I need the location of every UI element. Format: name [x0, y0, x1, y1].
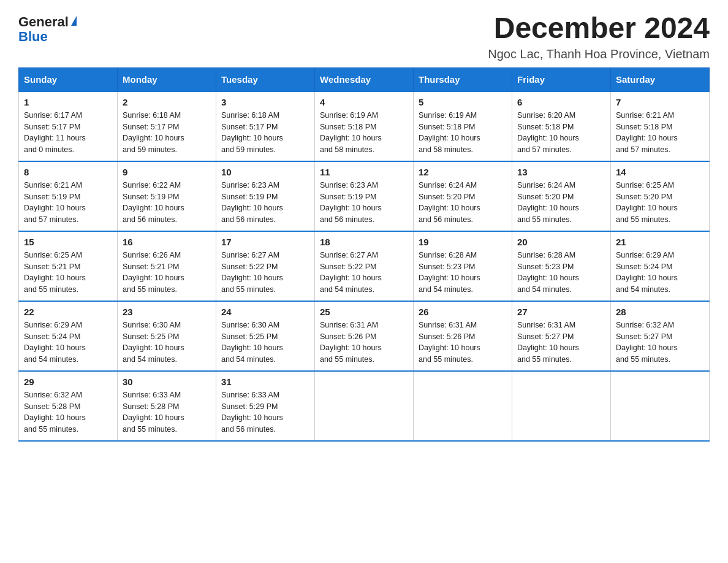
day-info: Sunrise: 6:31 AMSunset: 5:26 PMDaylight:… [419, 320, 507, 366]
day-number: 1 [24, 97, 112, 107]
calendar-header-monday: Monday [118, 67, 216, 91]
day-number: 22 [24, 307, 112, 317]
day-number: 9 [123, 167, 211, 177]
calendar-week-row: 1Sunrise: 6:17 AMSunset: 5:17 PMDaylight… [19, 91, 710, 161]
day-number: 10 [221, 167, 309, 177]
day-info: Sunrise: 6:25 AMSunset: 5:20 PMDaylight:… [616, 180, 704, 226]
day-number: 27 [517, 307, 605, 317]
day-number: 7 [616, 97, 704, 107]
calendar-cell [512, 371, 611, 441]
day-info: Sunrise: 6:32 AMSunset: 5:28 PMDaylight:… [24, 389, 112, 435]
day-number: 3 [221, 97, 309, 107]
calendar-week-row: 22Sunrise: 6:29 AMSunset: 5:24 PMDayligh… [19, 301, 710, 371]
day-info: Sunrise: 6:20 AMSunset: 5:18 PMDaylight:… [517, 110, 605, 156]
day-info: Sunrise: 6:30 AMSunset: 5:25 PMDaylight:… [123, 320, 211, 366]
calendar-cell: 30Sunrise: 6:33 AMSunset: 5:28 PMDayligh… [118, 371, 216, 441]
day-info: Sunrise: 6:29 AMSunset: 5:24 PMDaylight:… [616, 250, 704, 296]
page-header: General Blue December 2024 Ngoc Lac, Tha… [18, 12, 710, 61]
calendar-cell: 23Sunrise: 6:30 AMSunset: 5:25 PMDayligh… [118, 301, 216, 371]
calendar-cell: 1Sunrise: 6:17 AMSunset: 5:17 PMDaylight… [19, 91, 118, 161]
calendar-cell: 3Sunrise: 6:18 AMSunset: 5:17 PMDaylight… [216, 91, 315, 161]
logo: General Blue [18, 15, 77, 44]
day-info: Sunrise: 6:23 AMSunset: 5:19 PMDaylight:… [320, 180, 408, 226]
calendar-cell: 13Sunrise: 6:24 AMSunset: 5:20 PMDayligh… [512, 161, 611, 231]
day-number: 14 [616, 167, 704, 177]
calendar-cell: 17Sunrise: 6:27 AMSunset: 5:22 PMDayligh… [216, 231, 315, 301]
day-info: Sunrise: 6:31 AMSunset: 5:26 PMDaylight:… [320, 320, 408, 366]
day-number: 13 [517, 167, 605, 177]
day-number: 8 [24, 167, 112, 177]
day-number: 11 [320, 167, 408, 177]
day-number: 26 [419, 307, 507, 317]
calendar-cell [414, 371, 512, 441]
day-info: Sunrise: 6:27 AMSunset: 5:22 PMDaylight:… [221, 250, 309, 296]
location-title: Ngoc Lac, Thanh Hoa Province, Vietnam [488, 47, 710, 61]
calendar-cell: 25Sunrise: 6:31 AMSunset: 5:26 PMDayligh… [315, 301, 414, 371]
day-number: 30 [123, 377, 211, 387]
calendar-cell: 15Sunrise: 6:25 AMSunset: 5:21 PMDayligh… [19, 231, 118, 301]
day-info: Sunrise: 6:30 AMSunset: 5:25 PMDaylight:… [221, 320, 309, 366]
calendar-table: SundayMondayTuesdayWednesdayThursdayFrid… [18, 67, 710, 442]
day-number: 2 [123, 97, 211, 107]
day-info: Sunrise: 6:22 AMSunset: 5:19 PMDaylight:… [123, 180, 211, 226]
calendar-cell: 8Sunrise: 6:21 AMSunset: 5:19 PMDaylight… [19, 161, 118, 231]
calendar-cell: 18Sunrise: 6:27 AMSunset: 5:22 PMDayligh… [315, 231, 414, 301]
day-number: 19 [419, 237, 507, 247]
month-title: December 2024 [488, 12, 710, 45]
day-number: 18 [320, 237, 408, 247]
calendar-header-thursday: Thursday [414, 67, 512, 91]
day-number: 12 [419, 167, 507, 177]
day-info: Sunrise: 6:31 AMSunset: 5:27 PMDaylight:… [517, 320, 605, 366]
calendar-cell: 28Sunrise: 6:32 AMSunset: 5:27 PMDayligh… [611, 301, 710, 371]
day-number: 23 [123, 307, 211, 317]
day-info: Sunrise: 6:26 AMSunset: 5:21 PMDaylight:… [123, 250, 211, 296]
day-info: Sunrise: 6:19 AMSunset: 5:18 PMDaylight:… [320, 110, 408, 156]
day-number: 21 [616, 237, 704, 247]
calendar-cell: 11Sunrise: 6:23 AMSunset: 5:19 PMDayligh… [315, 161, 414, 231]
calendar-week-row: 15Sunrise: 6:25 AMSunset: 5:21 PMDayligh… [19, 231, 710, 301]
day-info: Sunrise: 6:23 AMSunset: 5:19 PMDaylight:… [221, 180, 309, 226]
day-number: 6 [517, 97, 605, 107]
calendar-week-row: 29Sunrise: 6:32 AMSunset: 5:28 PMDayligh… [19, 371, 710, 441]
calendar-cell: 10Sunrise: 6:23 AMSunset: 5:19 PMDayligh… [216, 161, 315, 231]
day-info: Sunrise: 6:17 AMSunset: 5:17 PMDaylight:… [24, 110, 112, 156]
day-info: Sunrise: 6:24 AMSunset: 5:20 PMDaylight:… [517, 180, 605, 226]
calendar-header-sunday: Sunday [19, 67, 118, 91]
day-number: 15 [24, 237, 112, 247]
calendar-cell: 2Sunrise: 6:18 AMSunset: 5:17 PMDaylight… [118, 91, 216, 161]
calendar-body: 1Sunrise: 6:17 AMSunset: 5:17 PMDaylight… [19, 91, 710, 441]
day-number: 28 [616, 307, 704, 317]
calendar-cell: 27Sunrise: 6:31 AMSunset: 5:27 PMDayligh… [512, 301, 611, 371]
day-info: Sunrise: 6:19 AMSunset: 5:18 PMDaylight:… [419, 110, 507, 156]
day-info: Sunrise: 6:18 AMSunset: 5:17 PMDaylight:… [123, 110, 211, 156]
calendar-cell: 29Sunrise: 6:32 AMSunset: 5:28 PMDayligh… [19, 371, 118, 441]
day-info: Sunrise: 6:28 AMSunset: 5:23 PMDaylight:… [517, 250, 605, 296]
title-section: December 2024 Ngoc Lac, Thanh Hoa Provin… [488, 12, 710, 61]
logo-triangle-icon [71, 16, 77, 26]
day-info: Sunrise: 6:24 AMSunset: 5:20 PMDaylight:… [419, 180, 507, 226]
calendar-header-wednesday: Wednesday [315, 67, 414, 91]
logo-general: General [18, 15, 69, 29]
day-number: 17 [221, 237, 309, 247]
day-info: Sunrise: 6:29 AMSunset: 5:24 PMDaylight:… [24, 320, 112, 366]
logo-blue: Blue [18, 30, 48, 44]
day-number: 31 [221, 377, 309, 387]
calendar-cell: 6Sunrise: 6:20 AMSunset: 5:18 PMDaylight… [512, 91, 611, 161]
calendar-cell: 7Sunrise: 6:21 AMSunset: 5:18 PMDaylight… [611, 91, 710, 161]
day-number: 20 [517, 237, 605, 247]
day-info: Sunrise: 6:25 AMSunset: 5:21 PMDaylight:… [24, 250, 112, 296]
day-number: 4 [320, 97, 408, 107]
day-number: 25 [320, 307, 408, 317]
calendar-cell: 20Sunrise: 6:28 AMSunset: 5:23 PMDayligh… [512, 231, 611, 301]
day-info: Sunrise: 6:32 AMSunset: 5:27 PMDaylight:… [616, 320, 704, 366]
calendar-cell: 5Sunrise: 6:19 AMSunset: 5:18 PMDaylight… [414, 91, 512, 161]
day-info: Sunrise: 6:33 AMSunset: 5:29 PMDaylight:… [221, 389, 309, 435]
calendar-cell: 4Sunrise: 6:19 AMSunset: 5:18 PMDaylight… [315, 91, 414, 161]
day-info: Sunrise: 6:21 AMSunset: 5:18 PMDaylight:… [616, 110, 704, 156]
calendar-header-friday: Friday [512, 67, 611, 91]
day-number: 29 [24, 377, 112, 387]
day-number: 16 [123, 237, 211, 247]
calendar-cell: 9Sunrise: 6:22 AMSunset: 5:19 PMDaylight… [118, 161, 216, 231]
calendar-cell [611, 371, 710, 441]
day-info: Sunrise: 6:18 AMSunset: 5:17 PMDaylight:… [221, 110, 309, 156]
